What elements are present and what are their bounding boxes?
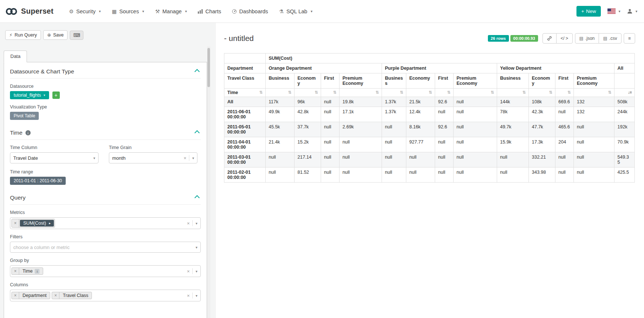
viz-type-button[interactable]: Pivot Table bbox=[10, 112, 39, 120]
pivot-sort-column-header[interactable]: ⇅ bbox=[454, 89, 497, 97]
language-selector[interactable]: ▾ bbox=[607, 8, 620, 14]
pivot-cell: 1.37k bbox=[382, 97, 406, 107]
pivot-sort-column-header[interactable]: ⇅ bbox=[406, 89, 435, 97]
column-chip[interactable]: ×Department bbox=[11, 292, 50, 299]
new-button[interactable]: +New bbox=[576, 6, 601, 17]
pivot-sort-column-header[interactable]: ⇅ bbox=[435, 89, 454, 97]
collapse-chevron-icon[interactable] bbox=[194, 130, 200, 135]
clear-all-icon[interactable]: × bbox=[185, 221, 192, 226]
pivot-row: 2011-04-01 00:00:0021.4k15.2knullnullnul… bbox=[224, 137, 635, 152]
sort-icon[interactable]: ⇅ bbox=[523, 90, 526, 95]
pivot-cell: 81.52 bbox=[295, 167, 321, 183]
pivot-sort-column-header[interactable]: ⇅ bbox=[574, 89, 614, 97]
nav-item-charts[interactable]: Charts bbox=[193, 5, 226, 18]
pivot-class-header: First bbox=[321, 73, 340, 89]
nav-item-security[interactable]: ⚙Security▾ bbox=[64, 5, 106, 18]
sort-icon[interactable]: ⇅ bbox=[333, 90, 336, 95]
remove-chip-icon[interactable]: × bbox=[12, 219, 19, 227]
sort-icon[interactable]: ⇅ bbox=[259, 90, 262, 95]
chevron-down-icon: ▾ bbox=[193, 221, 197, 225]
clear-all-icon[interactable]: × bbox=[185, 293, 192, 298]
column-chip[interactable]: ×Travel Class bbox=[52, 292, 92, 299]
pivot-cell: null bbox=[454, 122, 497, 137]
export-csv-button[interactable]: ▤ .csv bbox=[599, 33, 621, 44]
pivot-cell: 49.7k bbox=[497, 122, 529, 137]
section-divider bbox=[10, 78, 201, 79]
sort-icon[interactable]: ⇅ bbox=[549, 90, 552, 95]
metric-pill[interactable]: SUM(Cost)▸ bbox=[20, 220, 54, 227]
sort-icon[interactable]: ⇅ bbox=[429, 90, 432, 95]
collapse-chevron-icon[interactable] bbox=[194, 195, 200, 200]
add-datasource-button[interactable]: + bbox=[52, 91, 60, 99]
superset-app: Superset ⚙Security▾▦Sources▾⚒Manage▾Char… bbox=[0, 0, 644, 318]
pivot-sort-column-header[interactable]: ⇅ bbox=[529, 89, 555, 97]
keyboard-shortcuts-button[interactable]: ⌨ bbox=[70, 31, 83, 40]
chevron-down-icon: ▾ bbox=[91, 156, 95, 160]
pivot-sort-column-header[interactable]: ⇅ bbox=[340, 89, 382, 97]
sort-icon[interactable]: ⇅ bbox=[400, 90, 403, 95]
share-link-button[interactable] bbox=[543, 33, 557, 44]
sort-icon[interactable]: ⇅ bbox=[608, 90, 611, 95]
datasource-label: Datasource bbox=[10, 84, 201, 89]
sort-icon[interactable]: ⇅ bbox=[315, 90, 318, 95]
sort-icon[interactable]: ⇅ bbox=[288, 90, 291, 95]
groupby-select[interactable]: ×Timei × ▾ bbox=[10, 265, 201, 277]
pivot-sort-column-header[interactable]: ⇅ bbox=[555, 89, 574, 97]
nav-item-dashboards[interactable]: Dashboards bbox=[227, 5, 273, 18]
section-divider bbox=[10, 204, 201, 205]
nav-item-sql-lab[interactable]: ⚗SQL Lab▾ bbox=[274, 5, 317, 18]
nav-item-manage[interactable]: ⚒Manage▾ bbox=[150, 5, 192, 18]
time-range-field: Time range 2011-01-01 : 2011-06-30 bbox=[10, 169, 201, 185]
pivot-sort-row: Time⇅⇅⇅⇅⇅⇅⇅⇅⇅⇅⇅⇅⇅↓≡ bbox=[224, 89, 635, 97]
filters-select[interactable]: choose a column or metric ▾ bbox=[10, 242, 201, 253]
export-json-button[interactable]: ▤ .json bbox=[575, 33, 599, 44]
scrollbar-thumb[interactable] bbox=[207, 48, 210, 87]
remove-chip-icon[interactable]: × bbox=[52, 292, 59, 299]
pivot-sort-time-header[interactable]: Time⇅ bbox=[224, 89, 266, 97]
save-button[interactable]: ⊕ Save bbox=[43, 30, 68, 40]
sort-icon[interactable]: ⇅ bbox=[568, 90, 571, 95]
chart-header-actions: 26 rows 00:00:00.93 </ > bbox=[488, 33, 637, 44]
view-query-button[interactable]: </ > bbox=[556, 33, 573, 44]
export-button-group: ▤ .json ▤ .csv bbox=[575, 33, 621, 44]
chevron-down-icon: ▾ bbox=[193, 245, 197, 249]
clear-icon[interactable]: × bbox=[182, 155, 188, 161]
section-title: Query bbox=[10, 194, 25, 201]
time-grain-select[interactable]: month × ▾ bbox=[109, 152, 197, 163]
metric-chip[interactable]: ×SUM(Cost)▸ bbox=[11, 219, 55, 228]
pivot-sort-column-header[interactable]: ⇅ bbox=[382, 89, 406, 97]
nav-item-sources[interactable]: ▦Sources▾ bbox=[107, 5, 149, 18]
pivot-sort-column-header[interactable]: ⇅ bbox=[295, 89, 321, 97]
pivot-cell: 132 bbox=[574, 97, 614, 107]
datasource-select-button[interactable]: tutorial_flights ▾ bbox=[10, 91, 49, 99]
chart-menu-button[interactable]: ≡ bbox=[624, 33, 635, 44]
pivot-sort-column-header[interactable]: ⇅ bbox=[266, 89, 295, 97]
sort-amount-icon[interactable]: ↓≡ bbox=[628, 90, 631, 94]
collapse-chevron-icon[interactable] bbox=[194, 69, 200, 74]
run-query-button[interactable]: ⚡ Run Query bbox=[5, 30, 41, 40]
pivot-sort-column-header[interactable]: ↓≡ bbox=[614, 89, 635, 97]
pivot-cell: 78k bbox=[497, 107, 529, 122]
groupby-chip[interactable]: ×Timei bbox=[11, 267, 43, 275]
pivot-sort-column-header[interactable]: ⇅ bbox=[321, 89, 340, 97]
sort-icon[interactable]: ⇅ bbox=[491, 90, 494, 95]
sort-icon[interactable]: ⇅ bbox=[376, 90, 379, 95]
tab-data[interactable]: Data bbox=[4, 51, 27, 62]
remove-chip-icon[interactable]: × bbox=[12, 292, 19, 299]
pivot-sort-column-header[interactable]: ⇅ bbox=[497, 89, 529, 97]
time-column-select[interactable]: Travel Date ▾ bbox=[10, 152, 99, 163]
user-menu[interactable]: ▾ bbox=[627, 8, 637, 14]
remove-chip-icon[interactable]: × bbox=[12, 268, 19, 274]
clear-all-icon[interactable]: × bbox=[185, 269, 192, 274]
columns-select[interactable]: ×Department×Travel Class × ▾ bbox=[10, 290, 201, 301]
sort-icon[interactable]: ⇅ bbox=[447, 90, 450, 95]
brand-link[interactable]: Superset bbox=[5, 7, 54, 16]
viz-type-label: Visualization Type bbox=[10, 104, 201, 110]
pivot-cell: null bbox=[382, 122, 406, 137]
groupby-label: Group by bbox=[10, 258, 201, 263]
metrics-select[interactable]: ×SUM(Cost)▸ × ▾ bbox=[10, 217, 201, 229]
link-icon bbox=[547, 36, 552, 41]
pivot-cell: 927.77 bbox=[406, 137, 435, 152]
left-panel-scrollbar[interactable] bbox=[207, 46, 210, 318]
time-range-button[interactable]: 2011-01-01 : 2011-06-30 bbox=[10, 177, 66, 185]
